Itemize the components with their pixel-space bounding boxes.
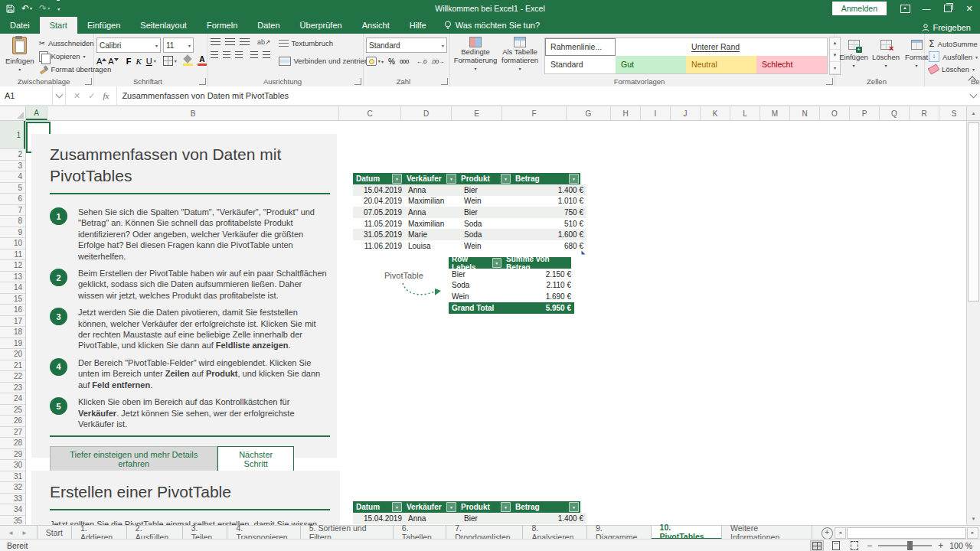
sheet-tab-10-pivottables[interactable]: 10. PivotTables [652, 526, 722, 540]
ribbon-tab-datei[interactable]: Datei [0, 17, 40, 34]
column-header-I[interactable]: I [641, 106, 671, 120]
align-top-icon[interactable] [211, 38, 220, 46]
column-header-A[interactable]: A [26, 106, 47, 120]
number-format-select[interactable]: Standard▾ [366, 37, 447, 53]
table-cell[interactable]: Wein [461, 196, 517, 207]
customize-qat-icon[interactable]: ▾ [57, 0, 60, 18]
decrease-indent-icon[interactable] [250, 51, 258, 59]
horizontal-scrollbar[interactable]: ◄ ► [833, 526, 980, 540]
font-color-button[interactable]: A [198, 56, 207, 66]
column-header-cell[interactable]: Betrag▼ [512, 501, 580, 513]
sheet-tab-9-diagramme[interactable]: 9. Diagramme [587, 526, 652, 540]
row-header-23[interactable]: 23 [0, 383, 25, 394]
sheet-tab-3-teilen[interactable]: 3. Teilen [183, 526, 228, 540]
share-button[interactable]: Freigeben [922, 23, 971, 32]
table-cell[interactable]: Maximilian [405, 218, 461, 230]
zoom-level[interactable]: 100 % [949, 541, 972, 550]
insert-cells-button[interactable]: Einfügen▾ [838, 35, 870, 76]
sheet-nav-left-icon[interactable]: ◄ [8, 530, 14, 536]
column-header-R[interactable]: R [910, 106, 939, 120]
table-cell[interactable]: Bier [461, 513, 517, 524]
column-header-L[interactable]: L [730, 106, 760, 120]
column-header-cell[interactable]: Produkt▼ [458, 501, 512, 513]
filter-button[interactable]: ▼ [446, 174, 456, 184]
table-cell[interactable]: Soda [461, 218, 517, 230]
table-cell[interactable]: 510 € [517, 218, 586, 230]
filter-button[interactable]: ▼ [501, 174, 511, 184]
fill-color-button[interactable] [183, 56, 193, 66]
column-header-cell[interactable]: Verkäufer▼ [403, 501, 458, 513]
cell-style-item[interactable]: Gut [616, 56, 686, 73]
table-cell[interactable]: 15.04.2019 [353, 513, 405, 524]
column-header-J[interactable]: J [671, 106, 701, 120]
row-header-6[interactable]: 6 [0, 194, 25, 205]
row-header-3[interactable]: 3 [0, 161, 25, 172]
row-header-27[interactable]: 27 [0, 427, 25, 439]
ribbon-tab-ansicht[interactable]: Ansicht [352, 17, 400, 34]
column-header-cell[interactable]: Datum▼ [353, 501, 403, 513]
normal-view-icon[interactable] [810, 540, 824, 551]
page-break-view-icon[interactable] [848, 541, 861, 551]
filter-button[interactable]: ▼ [392, 174, 402, 184]
table-cell[interactable]: 20.04.2019 [353, 196, 405, 207]
paste-button[interactable]: Einfügen▾ [2, 35, 38, 76]
next-step-button[interactable]: Nächster Schritt [217, 446, 294, 472]
formula-input[interactable]: Zusammenfassen von Daten mit PivotTables [117, 86, 966, 105]
font-family-select[interactable]: Calibri▾ [96, 37, 161, 53]
table-cell[interactable]: Maximilian [405, 196, 461, 207]
row-header-17[interactable]: 17 [0, 316, 25, 328]
sheet-tab-2-ausf-llen[interactable]: 2. Ausfüllen [127, 526, 183, 540]
zoom-slider-thumb[interactable] [907, 541, 913, 550]
conditional-formatting-button[interactable]: Bedingte Formatierung▾ [452, 35, 498, 76]
column-header-M[interactable]: M [760, 106, 790, 120]
column-header-K[interactable]: K [701, 106, 730, 120]
row-header-24[interactable]: 24 [0, 393, 25, 405]
page-layout-view-icon[interactable] [830, 541, 842, 551]
row-header-19[interactable]: 19 [0, 338, 25, 350]
column-header-B[interactable]: B [47, 106, 339, 120]
row-header-30[interactable]: 30 [0, 460, 25, 471]
row-header-20[interactable]: 20 [0, 349, 25, 360]
column-header-C[interactable]: C [339, 106, 401, 120]
row-header-33[interactable]: 33 [0, 494, 25, 505]
sheet-tab-4-transponieren[interactable]: 4. Transponieren [227, 526, 300, 540]
sheet-nav-right-icon[interactable]: ► [21, 530, 28, 536]
row-header-29[interactable]: 29 [0, 449, 25, 461]
column-header-Q[interactable]: Q [880, 106, 910, 120]
font-size-select[interactable]: 11▾ [163, 37, 194, 53]
increase-indent-icon[interactable] [263, 51, 270, 59]
table-cell[interactable]: 1.690 € [505, 291, 574, 302]
name-box-dropdown-icon[interactable] [53, 86, 66, 105]
row-header-34[interactable]: 34 [0, 504, 25, 516]
shrink-font-button[interactable]: A [108, 57, 118, 66]
row-header-25[interactable]: 25 [0, 405, 25, 416]
table-cell[interactable]: Louisa [405, 240, 461, 252]
table-cell[interactable]: Wein [461, 240, 517, 252]
table-cell[interactable]: 07.05.2019 [353, 207, 405, 218]
alignment-dialog-launcher[interactable] [354, 78, 361, 85]
ribbon-tab-start[interactable]: Start [40, 17, 77, 34]
cell-style-item[interactable] [616, 38, 686, 56]
sheet-tab-8-analysieren[interactable]: 8. Analysieren [523, 526, 587, 540]
sheet-tab-weitere-informationen[interactable]: Weitere Informationen [722, 526, 812, 540]
filter-button[interactable]: ▼ [392, 502, 402, 512]
table-cell[interactable]: Bier [461, 184, 517, 196]
column-header-F[interactable]: F [502, 106, 567, 120]
align-bottom-icon[interactable] [240, 38, 250, 46]
vertical-scroll-thumb[interactable] [968, 122, 979, 302]
table-cell[interactable]: 1.010 € [517, 196, 586, 207]
scroll-up-icon[interactable]: ▲ [966, 106, 980, 120]
row-header-22[interactable]: 22 [0, 371, 25, 383]
filter-button[interactable]: ▼ [492, 258, 501, 268]
styles-dialog-launcher[interactable] [826, 78, 833, 85]
format-as-table-button[interactable]: Als Tabelle formatieren▾ [498, 35, 541, 76]
row-header-4[interactable]: 4 [0, 171, 25, 183]
align-left-icon[interactable] [211, 51, 218, 59]
ribbon-tab-seitenlayout[interactable]: Seitenlayout [130, 17, 197, 34]
underline-button[interactable]: U [146, 57, 152, 66]
grow-font-button[interactable]: A [96, 57, 106, 66]
row-header-8[interactable]: 8 [0, 216, 25, 227]
borders-button[interactable] [163, 56, 173, 66]
align-center-icon[interactable] [223, 51, 230, 59]
row-header-5[interactable]: 5 [0, 183, 25, 194]
